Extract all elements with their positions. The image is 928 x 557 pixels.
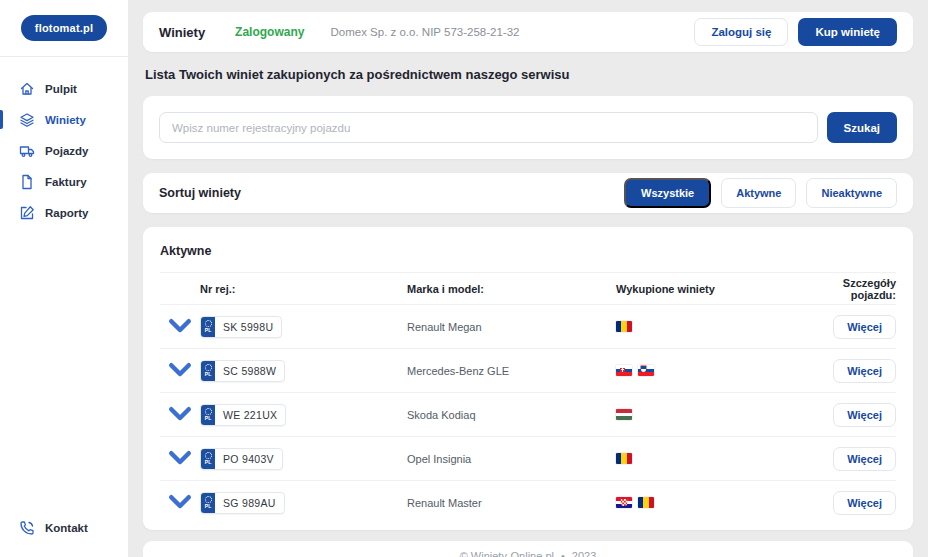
edit-icon: [19, 205, 35, 221]
sidebar: flotomat.pl PulpitWinietyPojazdyFakturyR…: [0, 0, 128, 557]
sidebar-item-label: Winiety: [45, 114, 86, 126]
chevron-down-icon[interactable]: [160, 510, 200, 524]
sidebar-bottom: Kontakt: [0, 512, 128, 543]
sort-panel: Sortuj winiety WszystkieAktywneNieaktywn…: [143, 173, 913, 213]
license-plate: PLSK 5998U: [200, 316, 282, 338]
registration-number: SK 5998U: [215, 317, 281, 337]
page-title: Winiety: [159, 25, 205, 40]
sidebar-nav: PulpitWinietyPojazdyFakturyRaporty: [0, 57, 128, 228]
buy-vignette-button[interactable]: Kup winietę: [798, 18, 897, 46]
eu-plate-band: PL: [201, 405, 215, 425]
registration-number: SC 5988W: [215, 361, 284, 381]
home-icon: [19, 81, 35, 97]
eu-plate-band: PL: [201, 449, 215, 469]
eu-stars-icon: [205, 320, 212, 327]
table-header-row: Nr rej.: Marka i model: Wykupione winiet…: [160, 272, 896, 304]
table-row: PLPO 9403VOpel InsigniaWięcej: [160, 436, 896, 480]
logo-container: flotomat.pl: [0, 0, 128, 57]
table-section-title: Aktywne: [160, 242, 896, 272]
company-info: Domex Sp. z o.o. NIP 573-258-21-32: [330, 26, 519, 38]
plate-country-code: PL: [205, 460, 211, 465]
table-body: PLSK 5998URenault MeganWięcejPLSC 5988WM…: [160, 304, 896, 524]
romania-flag-icon: [616, 321, 632, 332]
purchased-vignette-flags: [616, 453, 796, 464]
top-bar: Winiety Zalogowany Domex Sp. z o.o. NIP …: [143, 12, 913, 52]
vehicle-model: Opel Insignia: [407, 453, 616, 465]
footer-copyright: © Winiety-Online.pl: [460, 550, 554, 557]
hungary-flag-icon: [616, 409, 632, 420]
license-plate: PLSG 989AU: [200, 492, 285, 514]
table-row: PLSG 989AURenault MasterWięcej: [160, 480, 896, 524]
details-more-button[interactable]: Więcej: [833, 447, 896, 471]
col-header-details: Szczegóły pojazdu:: [796, 277, 896, 301]
chevron-down-icon[interactable]: [160, 378, 200, 392]
search-panel: Szukaj: [143, 96, 913, 159]
sidebar-item-label: Raporty: [45, 207, 88, 219]
file-icon: [19, 174, 35, 190]
slovakia-flag-icon: [616, 365, 632, 376]
vignettes-table-card: Aktywne Nr rej.: Marka i model: Wykupion…: [143, 227, 913, 530]
sidebar-item-label: Pulpit: [45, 83, 77, 95]
table-row: PLWE 221UXSkoda KodiaqWięcej: [160, 392, 896, 436]
sidebar-item-pulpit[interactable]: Pulpit: [0, 73, 128, 104]
vehicle-model: Renault Master: [407, 497, 616, 509]
purchased-vignette-flags: [616, 497, 796, 508]
brand-logo[interactable]: flotomat.pl: [21, 15, 107, 41]
eu-stars-icon: [205, 408, 212, 415]
plate-country-code: PL: [205, 504, 211, 509]
login-button[interactable]: Zaloguj się: [694, 18, 788, 46]
sidebar-item-faktury[interactable]: Faktury: [0, 166, 128, 197]
eu-stars-icon: [205, 364, 212, 371]
registration-number: WE 221UX: [215, 405, 285, 425]
sidebar-item-pojazdy[interactable]: Pojazdy: [0, 135, 128, 166]
sidebar-item-label: Faktury: [45, 176, 87, 188]
registration-number: SG 989AU: [215, 493, 284, 513]
sidebar-item-winiety[interactable]: Winiety: [0, 104, 128, 135]
slovenia-flag-icon: [638, 365, 654, 376]
search-button[interactable]: Szukaj: [827, 112, 897, 143]
vehicle-model: Skoda Kodiaq: [407, 409, 616, 421]
chevron-down-icon[interactable]: [160, 422, 200, 436]
sort-title: Sortuj winiety: [159, 186, 241, 200]
chevron-down-icon[interactable]: [160, 466, 200, 480]
license-plate: PLWE 221UX: [200, 404, 286, 426]
purchased-vignette-flags: [616, 409, 796, 420]
phone-icon: [19, 520, 35, 536]
romania-flag-icon: [616, 453, 632, 464]
col-header-registration: Nr rej.:: [200, 283, 407, 295]
login-status: Zalogowany: [235, 25, 304, 39]
details-more-button[interactable]: Więcej: [833, 315, 896, 339]
details-more-button[interactable]: Więcej: [833, 403, 896, 427]
eu-plate-band: PL: [201, 317, 215, 337]
eu-plate-band: PL: [201, 361, 215, 381]
eu-plate-band: PL: [201, 493, 215, 513]
layers-icon: [19, 112, 35, 128]
plate-country-code: PL: [205, 372, 211, 377]
license-plate: PLPO 9403V: [200, 448, 283, 470]
chevron-down-icon[interactable]: [160, 334, 200, 348]
details-more-button[interactable]: Więcej: [833, 491, 896, 515]
plate-country-code: PL: [205, 416, 211, 421]
vehicle-model: Renault Megan: [407, 321, 616, 333]
footer: © Winiety-Online.pl • 2023: [143, 541, 913, 557]
main-content: Winiety Zalogowany Domex Sp. z o.o. NIP …: [128, 0, 928, 557]
details-more-button[interactable]: Więcej: [833, 359, 896, 383]
filter-button-aktywne[interactable]: Aktywne: [721, 178, 796, 208]
truck-icon: [19, 143, 35, 159]
page-subtitle: Lista Twoich winiet zakupionych za pośre…: [145, 67, 911, 82]
sidebar-item-raporty[interactable]: Raporty: [0, 197, 128, 228]
plate-country-code: PL: [205, 328, 211, 333]
filter-button-wszystkie[interactable]: Wszystkie: [624, 178, 711, 208]
eu-stars-icon: [205, 496, 212, 503]
vehicle-model: Mercedes-Benz GLE: [407, 365, 616, 377]
sidebar-item-kontakt[interactable]: Kontakt: [0, 512, 128, 543]
sidebar-item-label: Kontakt: [45, 522, 88, 534]
footer-year: 2023: [572, 550, 596, 557]
purchased-vignette-flags: [616, 321, 796, 332]
filter-button-nieaktywne[interactable]: Nieaktywne: [806, 178, 897, 208]
registration-number: PO 9403V: [215, 449, 282, 469]
registration-search-input[interactable]: [159, 112, 818, 143]
sort-filter-buttons: WszystkieAktywneNieaktywne: [624, 178, 897, 208]
col-header-vignettes: Wykupione winiety: [616, 283, 796, 295]
table-row: PLSC 5988WMercedes-Benz GLEWięcej: [160, 348, 896, 392]
